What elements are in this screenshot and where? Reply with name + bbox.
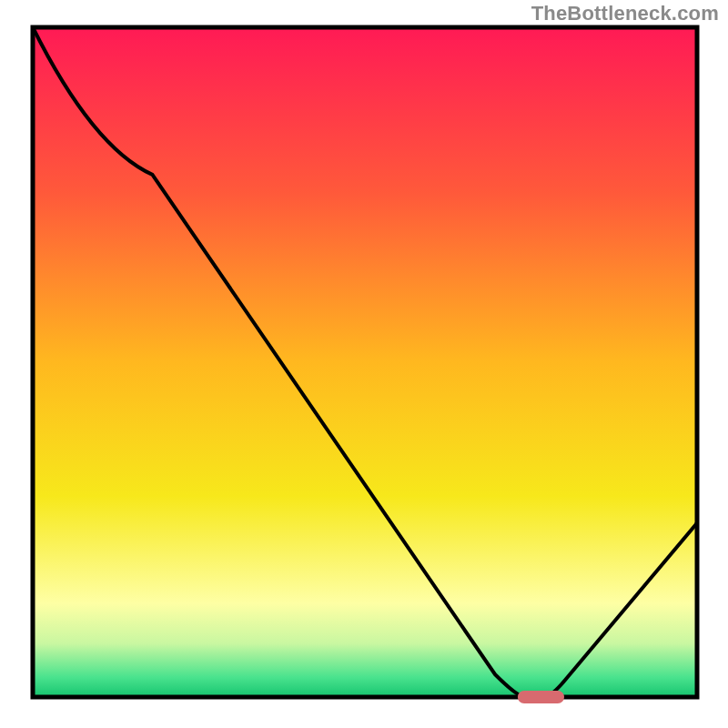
optimal-range-marker bbox=[518, 691, 564, 703]
plot-background bbox=[33, 27, 697, 697]
chart-container: TheBottleneck.com bbox=[0, 0, 728, 728]
bottleneck-chart bbox=[0, 0, 728, 728]
